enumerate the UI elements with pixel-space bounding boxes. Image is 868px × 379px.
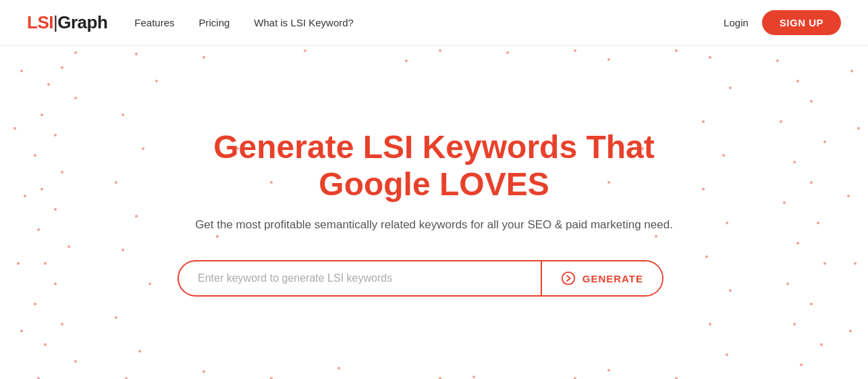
background-dot (854, 262, 857, 265)
background-dot (61, 323, 63, 326)
background-dot (115, 181, 117, 184)
background-dot (135, 215, 138, 218)
nav-item-what-is-lsi[interactable]: What is LSI Keyword? (254, 17, 354, 29)
search-bar: GENERATE (178, 260, 663, 297)
background-dot (675, 49, 678, 52)
logo-lsi: LSI (27, 12, 53, 33)
background-dot (61, 171, 63, 174)
signup-button[interactable]: SIGN UP (762, 10, 841, 35)
background-dot (783, 201, 786, 204)
hero-section: Generate LSI Keywords That Google LOVES … (0, 46, 868, 379)
background-dot (74, 360, 77, 363)
background-dot (796, 242, 799, 245)
background-dot (729, 289, 732, 292)
background-dot (34, 154, 36, 157)
background-dot (722, 154, 725, 157)
background-dot (607, 369, 610, 372)
background-dot (709, 56, 711, 59)
keyword-input[interactable] (179, 263, 541, 294)
background-dot (780, 120, 782, 123)
login-button[interactable]: Login (724, 17, 749, 28)
nav-item-pricing[interactable]: Pricing (199, 17, 230, 29)
background-dot (202, 370, 205, 373)
background-dot (61, 66, 63, 69)
logo-graph: Graph (57, 12, 107, 33)
background-dot (709, 323, 711, 326)
background-dot (472, 376, 475, 378)
background-dot (786, 282, 789, 285)
nav-link-features[interactable]: Features (134, 17, 174, 28)
background-dot (34, 303, 36, 305)
background-dot (702, 120, 705, 123)
background-dot (439, 49, 441, 52)
background-dot (304, 49, 306, 52)
background-dot (115, 316, 117, 319)
background-dot (810, 100, 813, 103)
background-dot (20, 330, 23, 332)
background-dot (54, 208, 57, 211)
background-dot (796, 80, 799, 82)
background-dot (67, 245, 70, 248)
background-dot (202, 56, 205, 59)
background-dot (820, 343, 823, 346)
background-dot (607, 58, 610, 61)
background-dot (726, 222, 728, 224)
navbar: LSI|Graph Features Pricing What is LSI K… (0, 0, 868, 46)
background-dot (54, 134, 57, 136)
background-dot (74, 51, 77, 54)
background-dot (44, 343, 47, 346)
background-dot (148, 282, 151, 285)
background-dot (40, 113, 43, 116)
background-dot (24, 195, 26, 197)
background-dot (405, 59, 408, 62)
generate-icon (561, 271, 576, 286)
background-dot (847, 195, 850, 197)
background-dot (135, 53, 138, 55)
nav-item-features[interactable]: Features (134, 17, 174, 29)
background-dot (793, 323, 796, 326)
background-dot (726, 353, 728, 356)
background-dot (810, 181, 813, 184)
background-dot (155, 80, 158, 82)
background-dot (121, 113, 124, 116)
hero-content: Generate LSI Keywords That Google LOVES … (164, 128, 704, 297)
navbar-right: Login SIGN UP (724, 10, 841, 35)
nav-links: Features Pricing What is LSI Keyword? (134, 17, 354, 29)
background-dot (857, 127, 860, 130)
background-dot (142, 147, 144, 150)
background-dot (54, 282, 57, 285)
background-dot (121, 249, 124, 251)
background-dot (74, 97, 77, 99)
generate-label: GENERATE (582, 273, 643, 284)
background-dot (776, 59, 779, 62)
background-dot (705, 255, 708, 258)
background-dot (810, 303, 813, 305)
background-dot (823, 262, 826, 265)
background-dot (13, 127, 16, 130)
background-dot (506, 51, 509, 54)
nav-link-pricing[interactable]: Pricing (199, 17, 230, 28)
background-dot (40, 188, 43, 191)
background-dot (20, 70, 23, 72)
navbar-left: LSI|Graph Features Pricing What is LSI K… (27, 12, 354, 33)
hero-subtitle: Get the most profitable semantically rel… (178, 216, 690, 234)
background-dot (138, 350, 141, 353)
background-dot (850, 70, 853, 72)
generate-button[interactable]: GENERATE (541, 261, 662, 295)
background-dot (793, 161, 796, 163)
hero-title: Generate LSI Keywords That Google LOVES (178, 128, 690, 203)
background-dot (47, 83, 50, 86)
background-dot (337, 367, 340, 370)
background-dot (574, 49, 576, 52)
background-dot (17, 262, 20, 265)
background-dot (44, 262, 47, 265)
background-dot (37, 228, 40, 231)
svg-point-0 (562, 272, 574, 284)
logo: LSI|Graph (27, 12, 107, 33)
background-dot (823, 141, 826, 143)
background-dot (729, 86, 732, 89)
nav-link-what-is-lsi[interactable]: What is LSI Keyword? (254, 17, 354, 28)
background-dot (849, 330, 852, 332)
background-dot (817, 222, 819, 224)
background-dot (800, 363, 803, 366)
